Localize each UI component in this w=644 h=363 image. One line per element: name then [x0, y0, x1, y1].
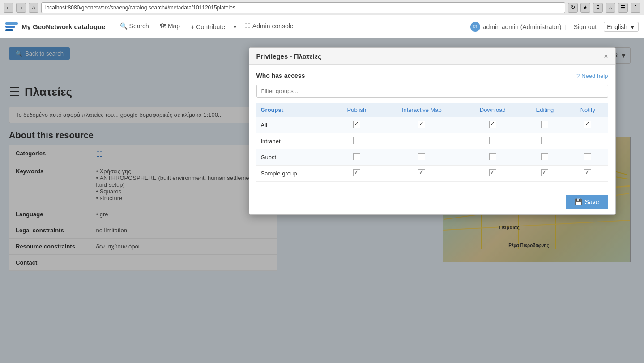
forward-button[interactable]: →: [16, 3, 26, 13]
col-groups[interactable]: Groups↓: [256, 103, 333, 117]
group-name: All: [256, 117, 333, 133]
priv-cell-notify[interactable]: [567, 117, 608, 133]
nav-right: ☑ admin admin (Administrator) | Sign out…: [470, 22, 639, 32]
checkbox-editing[interactable]: [541, 153, 548, 160]
checkbox-interactive_map[interactable]: [418, 137, 425, 144]
grid-icon: ☷: [245, 22, 251, 30]
question-icon: ?: [576, 73, 580, 79]
col-interactive-map[interactable]: Interactive Map: [380, 103, 463, 117]
checkbox-editing[interactable]: [541, 169, 548, 176]
priv-cell-interactive_map[interactable]: [380, 117, 463, 133]
checkbox-interactive_map[interactable]: [418, 121, 425, 128]
checkbox-interactive_map[interactable]: [418, 169, 425, 176]
group-name: Intranet: [256, 133, 333, 149]
plus-icon: +: [191, 23, 194, 30]
table-row: All: [256, 117, 608, 133]
checkbox-download[interactable]: [489, 121, 496, 128]
user-info: ☑ admin admin (Administrator): [470, 22, 562, 32]
brand-icon: [5, 22, 18, 31]
checkbox-interactive_map[interactable]: [418, 153, 425, 160]
modal-section-header: Who has access ? Need help: [256, 72, 608, 79]
lang-dropdown-arrow: ▼: [629, 23, 635, 30]
table-row: Sample group: [256, 166, 608, 182]
checkbox-notify[interactable]: [584, 121, 591, 128]
priv-cell-download[interactable]: [463, 166, 522, 182]
priv-cell-notify[interactable]: [567, 149, 608, 166]
reload-button[interactable]: ↻: [568, 3, 578, 13]
priv-cell-download[interactable]: [463, 133, 522, 149]
priv-cell-publish[interactable]: [333, 149, 380, 166]
nav-search[interactable]: 🔍 Search: [115, 15, 154, 38]
url-bar[interactable]: localhost:8080/geonetwork/srv/eng/catalo…: [41, 2, 565, 13]
download-status-button[interactable]: ↧: [593, 3, 603, 13]
nav-map[interactable]: 🗺 Map: [154, 15, 185, 38]
priv-cell-interactive_map[interactable]: [380, 133, 463, 149]
brand-logo[interactable]: My GeoNetwork catalogue: [5, 22, 106, 31]
contribute-button[interactable]: + Contribute: [185, 15, 230, 38]
contribute-dropdown[interactable]: ▼: [230, 15, 239, 38]
page-content: 🔍 Back to search ✎ 🗑 ▼ 👁 ▼ ☰ Πλατείες Το…: [0, 38, 644, 363]
back-button[interactable]: ←: [4, 3, 13, 13]
col-editing[interactable]: Editing: [522, 103, 567, 117]
brand-text: My GeoNetwork catalogue: [21, 23, 106, 30]
table-row: Guest: [256, 149, 608, 166]
priv-cell-publish[interactable]: [333, 117, 380, 133]
modal-footer: 💾 Save: [249, 189, 615, 214]
modal-header: Privileges - Πλατείες ×: [249, 48, 615, 65]
menu-button[interactable]: ⋮: [631, 3, 640, 13]
checkbox-editing[interactable]: [541, 121, 548, 128]
checkbox-download[interactable]: [489, 137, 496, 144]
modal-body: Who has access ? Need help Groups↓ Publi…: [249, 65, 615, 189]
col-download[interactable]: Download: [463, 103, 522, 117]
priv-cell-download[interactable]: [463, 117, 522, 133]
priv-cell-editing[interactable]: [522, 149, 567, 166]
group-name: Sample group: [256, 166, 333, 182]
user-avatar: ☑: [470, 22, 480, 32]
privileges-modal: Privileges - Πλατείες × Who has access ?…: [249, 47, 616, 215]
checkbox-publish[interactable]: [353, 153, 360, 160]
table-header-row: Groups↓ Publish Interactive Map Download: [256, 103, 608, 117]
nav-admin-console[interactable]: ☷ Admin console: [239, 15, 299, 38]
checkbox-publish[interactable]: [353, 137, 360, 144]
checkbox-editing[interactable]: [541, 137, 548, 144]
priv-cell-interactive_map[interactable]: [380, 149, 463, 166]
priv-cell-interactive_map[interactable]: [380, 166, 463, 182]
home-nav-button[interactable]: ⌂: [606, 3, 615, 13]
need-help-link[interactable]: ? Need help: [576, 73, 608, 79]
priv-cell-download[interactable]: [463, 149, 522, 166]
checkbox-notify[interactable]: [584, 153, 591, 160]
search-icon: 🔍: [120, 22, 128, 30]
col-publish[interactable]: Publish: [333, 103, 380, 117]
priv-cell-editing[interactable]: [522, 166, 567, 182]
checkbox-notify[interactable]: [584, 169, 591, 176]
checkbox-publish[interactable]: [353, 169, 360, 176]
checkbox-download[interactable]: [489, 153, 496, 160]
navbar: My GeoNetwork catalogue 🔍 Search 🗺 Map +…: [0, 15, 644, 38]
who-has-access-label: Who has access: [256, 72, 305, 79]
modal-title: Privileges - Πλατείες: [256, 52, 321, 60]
priv-cell-notify[interactable]: [567, 133, 608, 149]
priv-cell-publish[interactable]: [333, 133, 380, 149]
priv-cell-editing[interactable]: [522, 133, 567, 149]
priv-cell-publish[interactable]: [333, 166, 380, 182]
priv-cell-notify[interactable]: [567, 166, 608, 182]
col-notify[interactable]: Notify: [567, 103, 608, 117]
star-button[interactable]: ★: [580, 3, 590, 13]
browser-bar: ← → ⌂ localhost:8080/geonetwork/srv/eng/…: [0, 0, 644, 15]
sign-out-link[interactable]: Sign out: [570, 23, 600, 30]
language-selector[interactable]: English ▼: [604, 22, 639, 32]
checkbox-download[interactable]: [489, 169, 496, 176]
save-button[interactable]: 💾 Save: [566, 195, 608, 209]
map-icon: 🗺: [160, 22, 166, 30]
save-icon: 💾: [575, 198, 582, 205]
modal-close-button[interactable]: ×: [604, 53, 608, 60]
group-name: Guest: [256, 149, 333, 166]
home-button[interactable]: ⌂: [29, 3, 38, 13]
bookmarks-button[interactable]: ☰: [618, 3, 628, 13]
checkbox-publish[interactable]: [353, 121, 360, 128]
privileges-table: Groups↓ Publish Interactive Map Download: [256, 103, 608, 182]
checkbox-notify[interactable]: [584, 137, 591, 144]
priv-cell-editing[interactable]: [522, 117, 567, 133]
table-row: Intranet: [256, 133, 608, 149]
filter-groups-input[interactable]: [256, 85, 608, 98]
